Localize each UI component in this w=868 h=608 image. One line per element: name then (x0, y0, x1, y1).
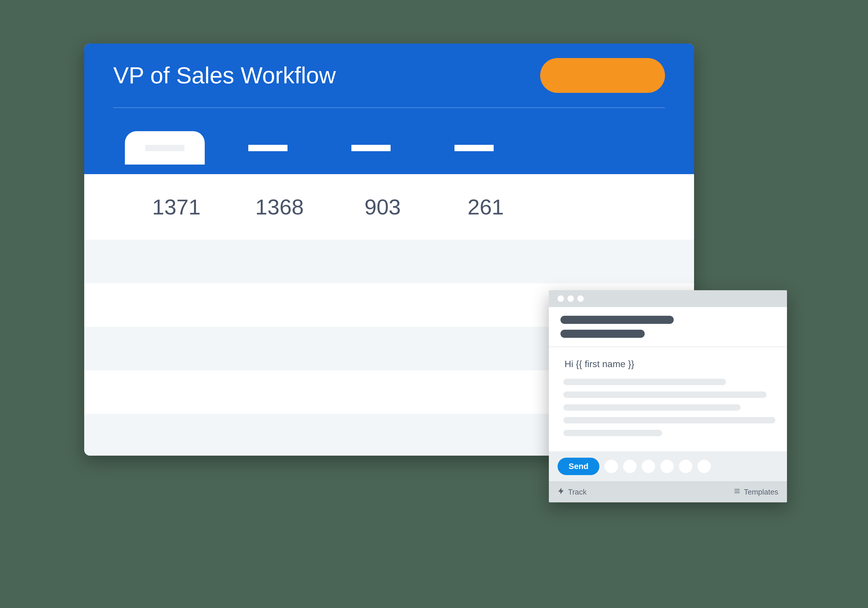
toolbar-option[interactable] (623, 460, 637, 473)
window-control-dot[interactable] (577, 295, 584, 302)
tabs (113, 131, 665, 164)
tab-label-placeholder (145, 145, 184, 151)
list-icon (733, 487, 741, 497)
tab-label-placeholder (351, 145, 391, 151)
tab-2[interactable] (228, 131, 308, 164)
window-control-dot[interactable] (558, 295, 564, 302)
email-greeting: Hi {{ first name }} (564, 359, 772, 370)
stats-row: 1371 1368 903 261 (84, 174, 694, 240)
toolbar-option[interactable] (698, 460, 711, 473)
primary-action-button[interactable] (540, 58, 665, 93)
tab-label-placeholder (248, 145, 287, 151)
window-controls (558, 295, 584, 302)
toolbar-option[interactable] (660, 460, 674, 473)
window-control-dot[interactable] (567, 295, 574, 302)
send-button[interactable]: Send (558, 458, 599, 475)
templates-label: Templates (744, 487, 778, 497)
email-titlebar (549, 290, 787, 307)
toolbar-option[interactable] (642, 460, 655, 473)
toolbar-option[interactable] (679, 460, 692, 473)
stat-value: 1368 (228, 195, 331, 220)
tab-3[interactable] (331, 131, 411, 164)
templates-button[interactable]: Templates (733, 487, 778, 497)
body-line-placeholder (563, 379, 726, 385)
tab-4[interactable] (434, 131, 514, 164)
body-line-placeholder (563, 430, 662, 436)
email-headers (549, 307, 787, 347)
email-to-placeholder[interactable] (561, 316, 674, 324)
toolbar-option[interactable] (604, 460, 618, 473)
track-button[interactable]: Track (558, 487, 587, 497)
header-top: VP of Sales Workflow (113, 58, 665, 108)
email-toolbar: Send (549, 451, 787, 481)
body-line-placeholder (563, 404, 741, 411)
email-compose-window: Hi {{ first name }} Send Track Templates (549, 290, 787, 502)
email-subject-placeholder[interactable] (561, 330, 645, 338)
stat-value: 903 (331, 195, 434, 220)
lightning-icon (558, 487, 564, 497)
body-line-placeholder (563, 391, 767, 398)
email-body[interactable]: Hi {{ first name }} (549, 347, 787, 451)
body-line-placeholder (563, 417, 775, 424)
tab-label-placeholder (454, 145, 494, 151)
workflow-header: VP of Sales Workflow (84, 43, 694, 174)
stat-value: 261 (434, 195, 537, 220)
stat-value: 1371 (125, 195, 228, 220)
tab-1[interactable] (125, 131, 205, 164)
table-row (84, 240, 694, 283)
email-footer: Track Templates (549, 481, 787, 502)
page-title: VP of Sales Workflow (113, 62, 336, 89)
track-label: Track (568, 487, 587, 497)
